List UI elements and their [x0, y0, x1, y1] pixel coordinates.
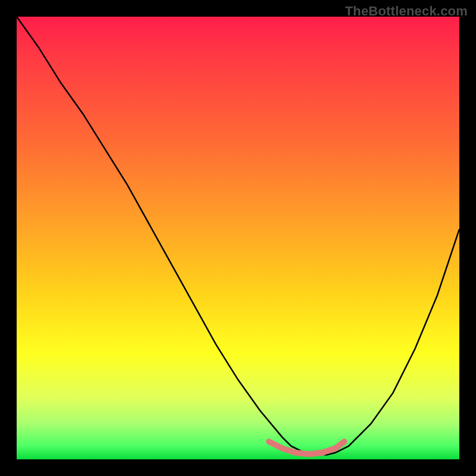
watermark-text: TheBottleneck.com [345, 4, 468, 19]
plot-area [17, 17, 459, 459]
confidence-band [269, 441, 344, 454]
chart-svg [17, 17, 459, 459]
chart-frame: TheBottleneck.com [0, 0, 476, 476]
bottleneck-curve [17, 17, 459, 455]
